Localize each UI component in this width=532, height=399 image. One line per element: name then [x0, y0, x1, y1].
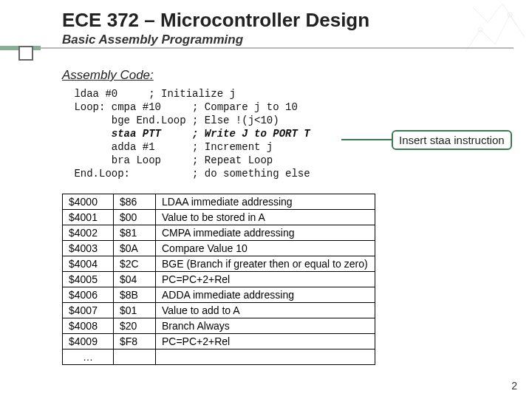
assembly-code-block: ldaa #0 ; Initialize j Loop: cmpa #10 ; …	[68, 87, 310, 180]
svg-point-0	[478, 27, 482, 32]
empty-cell	[114, 349, 156, 365]
addr-cell: $4007	[63, 303, 114, 318]
accent-square	[18, 46, 33, 61]
table-row: $4007$01Value to add to A	[63, 303, 375, 318]
table-row: $4000$86LDAA immediate addressing	[63, 194, 375, 210]
opcode-cell: $2C	[114, 256, 156, 272]
table-row-ellipsis: …	[63, 349, 375, 365]
addr-cell: $4000	[63, 194, 114, 210]
section-heading: Assembly Code:	[62, 68, 154, 83]
table-row: $4001$00Value to be stored in A	[63, 210, 375, 225]
opcode-cell: $0A	[114, 241, 156, 256]
desc-cell: Branch Always	[156, 318, 375, 334]
addr-cell: $4008	[63, 318, 114, 334]
desc-cell: BGE (Branch if greater then or equal to …	[156, 256, 375, 272]
table-row: $4003$0ACompare Value 10	[63, 241, 375, 256]
desc-cell: Compare Value 10	[156, 241, 375, 256]
empty-cell	[156, 349, 375, 365]
opcode-cell: $00	[114, 210, 156, 225]
opcode-cell: $81	[114, 225, 156, 241]
svg-point-1	[508, 13, 512, 17]
addr-cell: $4001	[63, 210, 114, 225]
code-line: bge End.Loop ; Else !(j<10)	[68, 114, 310, 127]
opcode-cell: $20	[114, 318, 156, 334]
desc-cell: PC=PC+2+Rel	[156, 272, 375, 287]
opcode-cell: $8B	[114, 287, 156, 303]
code-line: bra Loop ; Repeat Loop	[68, 154, 310, 167]
table-row: $4006$8BADDA immediate addressing	[63, 287, 375, 303]
slide-title: ECE 372 – Microcontroller Design	[62, 9, 369, 32]
table-row: $4004$2CBGE (Branch if greater then or e…	[63, 256, 375, 272]
addr-cell: $4005	[63, 272, 114, 287]
page-number: 2	[511, 380, 517, 392]
desc-cell: ADDA immediate addressing	[156, 287, 375, 303]
code-line: staa PTT ; Write J to PORT T	[68, 127, 310, 140]
opcode-cell: $01	[114, 303, 156, 318]
corner-decoration	[458, 0, 532, 59]
desc-cell: CMPA immediate addressing	[156, 225, 375, 241]
code-line: ldaa #0 ; Initialize j	[68, 87, 310, 100]
addr-cell: $4002	[63, 225, 114, 241]
addr-cell: $4004	[63, 256, 114, 272]
desc-cell: PC=PC+2+Rel	[156, 334, 375, 349]
table-row: $4002$81CMPA immediate addressing	[63, 225, 375, 241]
opcode-cell: $86	[114, 194, 156, 210]
opcode-cell: $F8	[114, 334, 156, 349]
memory-table: $4000$86LDAA immediate addressing$4001$0…	[62, 194, 375, 365]
desc-cell: Value to add to A	[156, 303, 375, 318]
desc-cell: Value to be stored in A	[156, 210, 375, 225]
code-line: End.Loop: ; do something else	[68, 167, 310, 180]
accent-bar-grey	[41, 47, 514, 49]
addr-cell: $4003	[63, 241, 114, 256]
table-row: $4008$20Branch Always	[63, 318, 375, 334]
code-line: adda #1 ; Increment j	[68, 140, 310, 154]
code-line: Loop: cmpa #10 ; Compare j to 10	[68, 100, 310, 114]
desc-cell: LDAA immediate addressing	[156, 194, 375, 210]
table-row: $4005$04PC=PC+2+Rel	[63, 272, 375, 287]
staa-callout: Insert staa instruction	[392, 130, 512, 150]
addr-cell: $4009	[63, 334, 114, 349]
table-row: $4009$F8PC=PC+2+Rel	[63, 334, 375, 349]
slide-subtitle: Basic Assembly Programming	[62, 33, 243, 47]
addr-cell: $4006	[63, 287, 114, 303]
ellipsis-cell: …	[63, 349, 114, 365]
opcode-cell: $04	[114, 272, 156, 287]
